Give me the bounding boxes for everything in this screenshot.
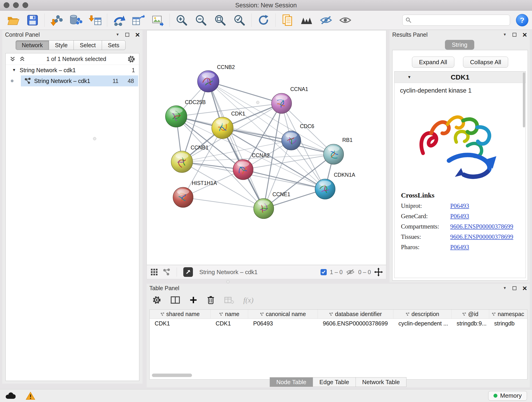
gear-icon[interactable] (127, 55, 135, 63)
crosslink-link[interactable]: P06493 (450, 213, 469, 220)
delete-column-icon[interactable] (207, 295, 215, 305)
tab-string[interactable]: String (445, 40, 474, 50)
tab-sets[interactable]: Sets (102, 40, 126, 50)
network-edge[interactable] (208, 81, 282, 103)
network-view[interactable]: CCNB2CCNA1CDC25BCDK1CDC6RB1CCNB1CCNA2CDK… (147, 30, 386, 265)
zoom-selected-button[interactable] (230, 12, 249, 28)
cloud-icon[interactable] (5, 392, 16, 400)
network-node-CDK1[interactable]: CDK1 (212, 111, 245, 139)
column-header[interactable]: database identifier (318, 310, 393, 319)
expand-all-button[interactable]: Expand All (412, 57, 454, 68)
tab-style[interactable]: Style (49, 40, 74, 50)
network-node-CCNA1[interactable]: CCNA1 (272, 86, 308, 114)
refresh-layout-button[interactable] (254, 12, 273, 28)
export-image-button[interactable] (148, 12, 167, 28)
panel-collapse-icon[interactable]: ▼ (503, 286, 507, 290)
network-node-RB1[interactable]: RB1 (323, 137, 353, 164)
import-network-database-button[interactable] (66, 12, 85, 28)
crosslink-link[interactable]: P06493 (450, 202, 469, 210)
network-edge[interactable] (208, 81, 264, 209)
table-cell[interactable]: 9606.ENSP00000378699 (318, 319, 393, 328)
table-cell[interactable]: stringdb (489, 319, 527, 328)
network-edge[interactable] (222, 128, 334, 154)
warning-icon[interactable] (26, 391, 35, 400)
right-splitter-handle[interactable] (256, 101, 259, 104)
table-cell[interactable]: cyclin-dependent ... (393, 319, 452, 328)
crosslink-link[interactable]: 9606.ENSP00000378699 (450, 233, 513, 240)
panel-float-icon[interactable] (513, 286, 516, 290)
table-horizontal-scrollbar[interactable] (152, 374, 192, 377)
section-expand-icon[interactable]: ▼ (407, 75, 411, 80)
table-row[interactable]: CDK1 CDK1 P06493 9606.ENSP00000378699 cy… (150, 319, 527, 328)
network-collection-row[interactable]: ▼ String Network – cdk1 1 (6, 65, 139, 75)
column-header[interactable]: canonical name (248, 310, 318, 319)
network-row[interactable]: String Network – cdk1 11 48 (6, 75, 139, 86)
hide-selected-button[interactable] (317, 12, 336, 28)
crosslink-link[interactable]: 9606.ENSP00000378699 (450, 223, 513, 230)
collapse-all-icon[interactable] (9, 56, 16, 63)
import-network-file-button[interactable] (47, 12, 66, 28)
panel-float-icon[interactable] (125, 33, 129, 37)
bottom-splitter-handle[interactable] (226, 280, 230, 283)
collapse-all-button[interactable]: Collapse All (463, 57, 508, 68)
search-input[interactable] (412, 17, 507, 24)
network-node-CCNE1[interactable]: CCNE1 (254, 191, 290, 219)
network-edge[interactable] (208, 81, 334, 154)
detach-view-button[interactable] (183, 267, 193, 277)
tab-edge-table[interactable]: Edge Table (313, 377, 356, 387)
crosslink-link[interactable]: P06493 (450, 244, 469, 251)
network-node-HIST1H1A[interactable]: HIST1H1A (173, 180, 217, 207)
panel-collapse-icon[interactable]: ▼ (116, 32, 119, 37)
minimize-window-button[interactable] (13, 2, 19, 8)
network-row-selected[interactable]: String Network – cdk1 11 48 (21, 75, 138, 86)
function-builder-button[interactable]: f(x) (243, 296, 253, 304)
tab-node-table[interactable]: Node Table (270, 377, 313, 387)
hidden-eye-icon[interactable] (346, 269, 355, 275)
network-node-CDKN1A[interactable]: CDKN1A (315, 172, 355, 199)
table-cell[interactable]: P06493 (248, 319, 318, 328)
left-splitter-handle[interactable] (93, 137, 96, 140)
save-session-button[interactable] (23, 12, 42, 28)
panel-collapse-icon[interactable]: ▼ (503, 32, 507, 37)
new-network-button[interactable] (109, 12, 129, 28)
import-table-button[interactable] (85, 12, 105, 28)
expand-all-icon[interactable] (19, 56, 25, 63)
tree-expand-icon[interactable]: ▼ (12, 68, 16, 72)
network-to-table-button[interactable] (129, 12, 148, 28)
column-header[interactable]: namespac (489, 310, 527, 319)
panel-close-icon[interactable]: × (522, 286, 527, 290)
column-header[interactable]: description (393, 310, 452, 319)
network-edge[interactable] (243, 170, 325, 189)
column-header[interactable]: @id (452, 310, 489, 319)
selected-checkbox-icon[interactable] (321, 269, 327, 275)
table-cell[interactable]: stringdb:9... (452, 319, 489, 328)
first-neighbors-button[interactable] (297, 12, 317, 28)
memory-button[interactable]: Memory (488, 391, 527, 401)
share-view-icon[interactable] (162, 268, 170, 276)
panel-float-icon[interactable] (513, 33, 516, 37)
column-header[interactable]: shared name (150, 310, 210, 319)
tab-select[interactable]: Select (74, 40, 102, 50)
table-cell[interactable]: CDK1 (210, 319, 248, 328)
add-column-icon[interactable] (189, 296, 197, 304)
zoom-in-button[interactable] (172, 12, 191, 28)
panel-close-icon[interactable]: × (522, 32, 527, 37)
open-session-button[interactable] (4, 12, 23, 28)
zoom-out-button[interactable] (191, 12, 210, 28)
tab-network[interactable]: Network (16, 40, 49, 50)
grid-view-icon[interactable] (150, 268, 158, 276)
table-cell[interactable]: CDK1 (150, 319, 210, 328)
show-columns-icon[interactable] (171, 296, 180, 304)
results-scrollbar[interactable] (523, 72, 525, 128)
column-header[interactable]: name (210, 310, 248, 319)
show-all-button[interactable] (336, 12, 355, 28)
tab-network-table[interactable]: Network Table (355, 377, 406, 387)
clone-network-button[interactable] (278, 12, 297, 28)
panel-close-icon[interactable]: × (135, 32, 140, 37)
table-settings-gear-icon[interactable] (152, 295, 161, 305)
close-window-button[interactable] (4, 2, 9, 8)
zoom-window-button[interactable] (22, 2, 28, 8)
gene-section-header[interactable]: ▼ CDK1 (394, 71, 526, 83)
help-button[interactable]: ? (516, 14, 528, 26)
zoom-fit-button[interactable] (210, 12, 230, 28)
